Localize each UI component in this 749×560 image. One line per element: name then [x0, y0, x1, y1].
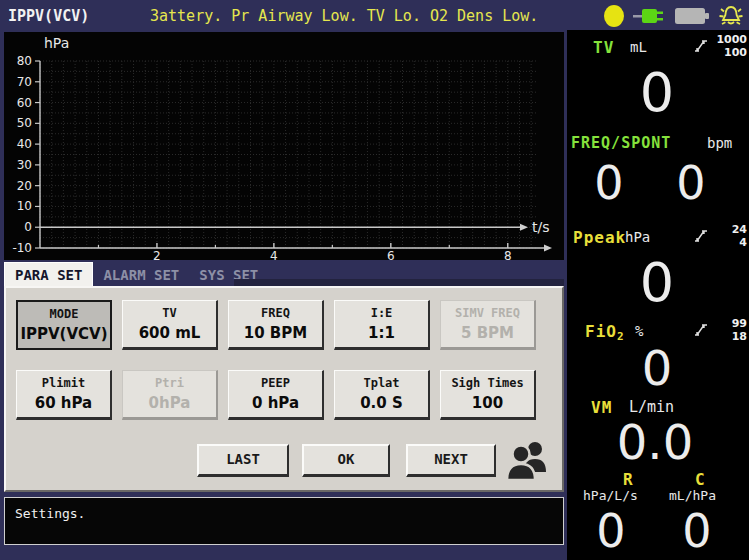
svg-text:80: 80	[17, 54, 32, 68]
monitor-label-fio2: FiO2	[585, 322, 625, 343]
settings-tab-bar: PARA SET ALARM SET SYS SET	[4, 262, 268, 286]
param-button-simv-freq: SIMV FREQ 5 BPM	[440, 300, 536, 350]
param-label: Plimit	[17, 376, 110, 390]
param-button-plimit[interactable]: Plimit 60 hPa	[16, 370, 112, 420]
monitor-value-fio2: 0	[642, 344, 673, 392]
svg-text:8: 8	[504, 249, 512, 260]
svg-text:20: 20	[17, 179, 32, 193]
svg-text:0: 0	[24, 220, 32, 234]
status-message: Settings.	[15, 506, 85, 521]
param-button-tplat[interactable]: Tplat 0.0 S	[334, 370, 430, 420]
svg-text:-10: -10	[12, 241, 32, 255]
limit-low-fio2: 18	[713, 331, 747, 343]
svg-text:10: 10	[17, 199, 32, 213]
monitor-unit-tv: mL	[630, 39, 647, 55]
param-button-freq[interactable]: FREQ 10 BPM	[228, 300, 324, 350]
ac-power-icon	[633, 5, 667, 27]
svg-text:30: 30	[17, 158, 32, 172]
param-button-mode[interactable]: MODE IPPV(VCV)	[16, 300, 112, 350]
param-label: FREQ	[229, 306, 322, 320]
status-bar: Settings.	[4, 497, 564, 545]
parameter-panel: MODE IPPV(VCV) TV 600 mL FREQ 10 BPM I:E…	[4, 286, 564, 492]
monitor-value-spont: 0	[676, 160, 705, 206]
svg-text:50: 50	[17, 116, 32, 130]
alarm-limit-icon	[694, 322, 710, 338]
param-button-ptri: Ptri 0hPa	[122, 370, 218, 420]
param-label: Ptri	[123, 376, 216, 390]
param-button-peep[interactable]: PEEP 0 hPa	[228, 370, 324, 420]
ventilator-screen: IPPV(VCV) 3attery. Pr Airway Low. TV Lo.…	[0, 0, 749, 560]
param-value: 100	[441, 394, 534, 412]
svg-text:t/s: t/s	[532, 219, 550, 235]
tab-alarm-set[interactable]: ALARM SET	[93, 263, 189, 286]
monitor-value-c: 0	[682, 508, 711, 554]
param-value: 10 BPM	[229, 324, 322, 342]
waveform-svg: t/s80706050403020100-102468hPa	[4, 32, 564, 260]
param-value: 60 hPa	[17, 394, 110, 412]
svg-text:2: 2	[153, 249, 161, 260]
svg-text:40: 40	[17, 137, 32, 151]
top-bar: IPPV(VCV) 3attery. Pr Airway Low. TV Lo.…	[0, 0, 749, 30]
battery-icon	[674, 5, 710, 27]
param-value: 0.0 S	[335, 394, 428, 412]
monitor-value-r: 0	[596, 508, 625, 554]
param-label: PEEP	[229, 376, 322, 390]
tab-para-set[interactable]: PARA SET	[4, 262, 93, 286]
monitor-label-ppeak: Ppeak	[573, 228, 626, 247]
limit-low-ppeak: 4	[713, 237, 747, 249]
param-value: 600 mL	[123, 324, 216, 342]
param-value: 0 hPa	[229, 394, 322, 412]
param-label: Sigh Times	[441, 376, 534, 390]
svg-text:6: 6	[387, 249, 395, 260]
param-button-sigh-times[interactable]: Sigh Times 100	[440, 370, 536, 420]
monitor-panel: TV mL 1000 100 0 FREQ/SPONT bpm 0 0 Ppea…	[567, 30, 749, 560]
monitor-value-tv: 0	[640, 66, 674, 120]
last-button[interactable]: LAST	[197, 444, 289, 477]
monitor-unit-c: mL/hPa	[669, 488, 716, 503]
param-button-tv[interactable]: TV 600 mL	[122, 300, 218, 350]
param-value: IPPV(VCV)	[18, 325, 110, 343]
mode-title: IPPV(VCV)	[8, 7, 89, 25]
param-value: 0hPa	[123, 394, 216, 412]
alarm-limit-icon	[694, 38, 710, 54]
param-label: I:E	[335, 306, 428, 320]
status-circle-icon	[602, 4, 626, 28]
svg-text:70: 70	[17, 75, 32, 89]
monitor-unit-r: hPa/L/s	[583, 488, 638, 503]
limit-high-ppeak: 24	[713, 224, 747, 236]
param-label: SIMV FREQ	[441, 306, 534, 320]
monitor-label-vm: VM	[591, 398, 612, 417]
monitor-unit-fio2: %	[635, 323, 643, 339]
next-button[interactable]: NEXT	[406, 444, 496, 477]
monitor-value-ppeak: 0	[640, 256, 674, 310]
monitor-value-freq: 0	[594, 160, 623, 206]
param-label: TV	[123, 306, 216, 320]
monitor-label-freq-spont: FREQ/SPONT	[571, 134, 671, 152]
svg-text:hPa: hPa	[44, 35, 69, 51]
monitor-unit-freq-spont: bpm	[707, 135, 732, 151]
alarm-limit-icon	[694, 228, 710, 244]
svg-text:4: 4	[270, 249, 278, 260]
param-label: MODE	[18, 307, 110, 321]
monitor-label-tv: TV	[593, 38, 614, 57]
param-value: 1:1	[335, 324, 428, 342]
limit-high-fio2: 99	[713, 318, 747, 330]
param-value: 5 BPM	[441, 324, 534, 342]
pressure-waveform-chart: t/s80706050403020100-102468hPa	[4, 32, 564, 260]
param-button-ie[interactable]: I:E 1:1	[334, 300, 430, 350]
alarm-message: 3attery. Pr Airway Low. TV Lo. O2 Dens L…	[150, 7, 538, 25]
monitor-value-vm: 0.0	[617, 418, 693, 466]
monitor-label-r: R	[623, 470, 634, 489]
monitor-unit-ppeak: hPa	[625, 229, 650, 245]
param-label: Tplat	[335, 376, 428, 390]
monitor-label-c: C	[695, 470, 706, 489]
alarm-bell-icon	[717, 3, 745, 29]
patient-group-icon[interactable]	[504, 438, 552, 484]
status-indicators	[602, 3, 745, 29]
limit-low-tv: 100	[713, 47, 747, 59]
ok-button[interactable]: OK	[302, 444, 390, 477]
svg-text:60: 60	[17, 96, 32, 110]
limit-high-tv: 1000	[713, 34, 747, 46]
